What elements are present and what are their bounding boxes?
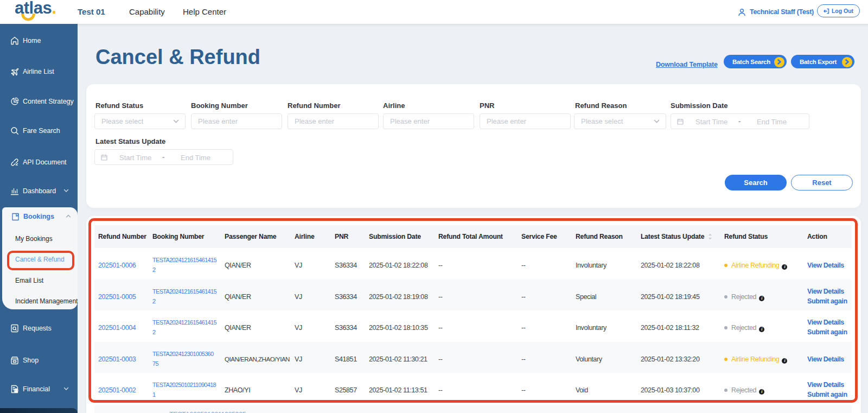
svg-text:$: $: [15, 389, 17, 392]
